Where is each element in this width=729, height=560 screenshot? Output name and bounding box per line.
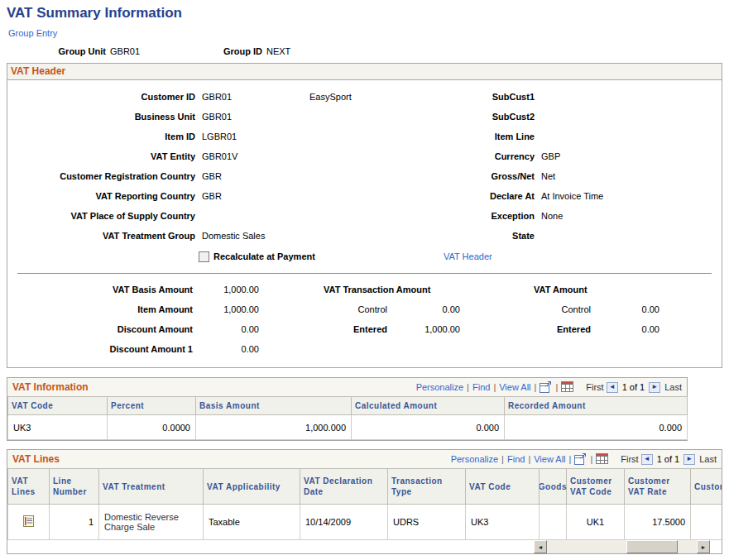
- vat-basis-amount-label: VAT Basis Amount: [7, 285, 193, 294]
- vat-amount-control-label: Control: [534, 304, 591, 314]
- field-vat-entity: VAT Entity GBR01V: [7, 146, 372, 166]
- separator: |: [590, 454, 592, 464]
- vat-header-link[interactable]: VAT Header: [444, 251, 492, 261]
- vat-transaction-amount-title-row: VAT Transaction Amount: [324, 280, 463, 299]
- vat-lines-scroll-area: VAT Lines Line Number VAT Treatment VAT …: [7, 468, 722, 540]
- vat-header-section: VAT Header Customer ID GBR01 EasySport B…: [7, 63, 722, 368]
- col-header-recorded-amount: Recorded Amount: [505, 397, 688, 415]
- recalculate-at-payment-checkbox[interactable]: [199, 251, 209, 262]
- subcust2-label: SubCust2: [372, 112, 535, 122]
- personalize-link[interactable]: Personalize: [451, 454, 498, 464]
- zoom-grid-icon[interactable]: [540, 381, 552, 393]
- discount-amount-label: Discount Amount: [7, 324, 193, 334]
- vat-summary-page: VAT Summary Information Group Entry Grou…: [0, 0, 729, 554]
- separator: |: [535, 382, 537, 392]
- horizontal-scrollbar[interactable]: ◄ ►: [534, 540, 710, 553]
- separator: |: [467, 382, 469, 392]
- vat-amount-entered-value: 0.00: [597, 324, 659, 334]
- vat-line-detail-icon[interactable]: [22, 515, 35, 528]
- clipped-header-text: Reverse Charge Goods: [540, 481, 567, 492]
- field-gross-net: Gross/Net Net: [372, 166, 722, 186]
- field-customer-id: Customer ID GBR01 EasySport: [7, 87, 372, 107]
- item-id-label: Item ID: [7, 132, 195, 141]
- vat-lines-row: 1 Domestic Reverse Charge Sale Taxable 1…: [8, 505, 722, 540]
- col-header-customer-vat-rate: Customer VAT Rate: [625, 469, 691, 505]
- separator: |: [493, 382, 496, 392]
- next-page-button[interactable]: ►: [649, 382, 660, 393]
- vat-reporting-country-value: GBR: [202, 191, 222, 201]
- customer-registration-country-value: GBR: [202, 171, 222, 181]
- currency-value: GBP: [541, 151, 560, 161]
- cell-customer-vat-rate: 17.5000: [625, 505, 691, 540]
- vat-lines-grid: VAT Lines Line Number VAT Treatment VAT …: [7, 468, 722, 540]
- vat-amount-control-row: Control 0.00: [534, 299, 666, 319]
- download-to-excel-icon[interactable]: [561, 381, 574, 393]
- transaction-entered-row: Entered 1,000.00: [324, 319, 463, 339]
- first-link: First: [621, 454, 638, 464]
- cell-vat-code: UK3: [466, 505, 540, 540]
- col-header-vat-code: VAT Code: [8, 397, 108, 415]
- personalize-link[interactable]: Personalize: [416, 382, 463, 392]
- item-line-label: Item Line: [372, 132, 535, 141]
- grid-action-bar: Personalize | Find | View All | | First …: [415, 381, 682, 393]
- scrollbar-left-arrow[interactable]: ◄: [534, 540, 547, 553]
- recalculate-row: Recalculate at Payment VAT Header: [7, 246, 722, 267]
- col-header-percent: Percent: [108, 397, 196, 415]
- amounts-divider: [17, 273, 712, 274]
- group-id-label: Group ID: [193, 46, 262, 56]
- vat-amount-column: VAT Amount Control 0.00 Entered 0.00: [534, 280, 666, 359]
- zoom-grid-icon[interactable]: [574, 453, 587, 465]
- scrollbar-right-arrow[interactable]: ►: [697, 540, 710, 553]
- col-header-calculated-amount: Calculated Amount: [352, 397, 505, 415]
- vat-lines-titlebar: VAT Lines Personalize | Find | View All …: [7, 450, 722, 468]
- discount-amount-row: Discount Amount 0.00: [7, 319, 261, 339]
- amounts-summary: VAT Basis Amount 1,000.00 Item Amount 1,…: [7, 280, 722, 359]
- customer-id-value: GBR01: [202, 92, 303, 102]
- business-unit-label: Business Unit: [7, 112, 195, 122]
- vat-transaction-amount-column: VAT Transaction Amount Control 0.00 Ente…: [324, 280, 463, 359]
- cell-transaction-type: UDRS: [388, 505, 466, 540]
- group-entry-link[interactable]: Group Entry: [8, 28, 57, 38]
- find-link[interactable]: Find: [507, 454, 525, 464]
- view-all-link[interactable]: View All: [499, 382, 530, 392]
- scrollbar-track[interactable]: [547, 540, 697, 553]
- cell-basis-amount: 1,000.000: [196, 415, 352, 440]
- vat-basis-amount-value: 1,000.00: [199, 285, 259, 294]
- field-subcust1: SubCust1: [372, 87, 722, 107]
- transaction-control-value: 0.00: [394, 304, 460, 314]
- previous-page-button[interactable]: ◄: [641, 454, 653, 465]
- view-all-link[interactable]: View All: [534, 454, 565, 464]
- field-vat-place-of-supply-country: VAT Place of Supply Country: [7, 206, 372, 226]
- next-page-button[interactable]: ►: [683, 454, 695, 465]
- transaction-control-row: Control 0.00: [324, 299, 463, 319]
- col-header-customer-vat-code: Customer VAT Code: [567, 469, 625, 505]
- col-header-vat-lines: VAT Lines: [8, 469, 50, 505]
- vat-lines-title: VAT Lines: [12, 453, 60, 465]
- customer-name-value: EasySport: [309, 92, 352, 102]
- group-unit-value: GBR01: [110, 46, 193, 56]
- vat-header-section-title: VAT Header: [7, 64, 722, 80]
- vat-entity-label: VAT Entity: [7, 151, 195, 161]
- currency-label: Currency: [372, 151, 535, 161]
- fields-right-column: SubCust1 SubCust2 Item Line Currency GBP: [372, 87, 722, 246]
- cell-customer-vat: [691, 505, 722, 540]
- previous-page-button[interactable]: ◄: [607, 382, 618, 393]
- col-header-vat-declaration-date: VAT Declaration Date: [300, 469, 388, 505]
- vat-information-title: VAT Information: [12, 381, 89, 393]
- vat-information-section: VAT Information Personalize | Find | Vie…: [7, 377, 688, 441]
- item-amount-value: 1,000.00: [199, 304, 259, 314]
- recalculate-at-payment-label: Recalculate at Payment: [213, 251, 319, 261]
- field-declare-at: Declare At At Invoice Time: [372, 186, 722, 206]
- group-unit-label: Group Unit: [7, 46, 106, 56]
- exception-label: Exception: [372, 211, 535, 221]
- cell-vat-declaration-date: 10/14/2009: [300, 505, 388, 540]
- field-exception: Exception None: [372, 206, 722, 226]
- find-link[interactable]: Find: [472, 382, 490, 392]
- vat-information-header-row: VAT Code Percent Basis Amount Calculated…: [8, 397, 688, 415]
- amounts-left-column: VAT Basis Amount 1,000.00 Item Amount 1,…: [7, 280, 261, 359]
- field-subcust2: SubCust2: [372, 107, 722, 127]
- field-state: State: [372, 226, 722, 246]
- vat-lines-header-row: VAT Lines Line Number VAT Treatment VAT …: [8, 469, 722, 505]
- scrollbar-thumb[interactable]: [626, 540, 678, 553]
- download-to-excel-icon[interactable]: [596, 453, 609, 465]
